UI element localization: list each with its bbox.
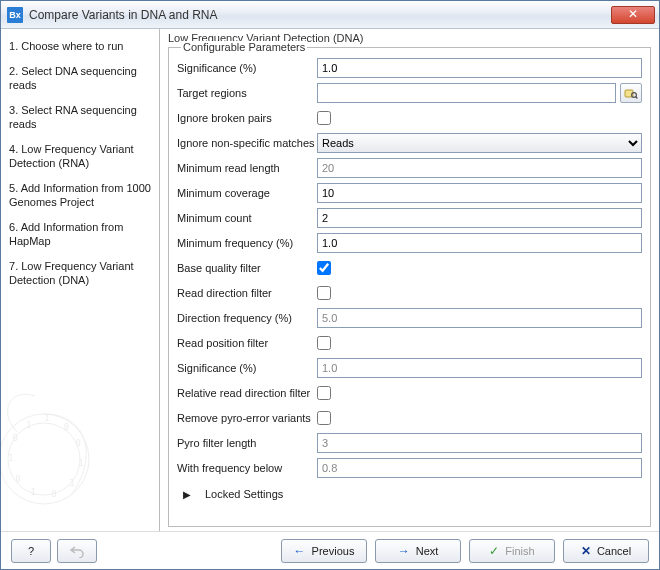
input-min-frequency[interactable]	[317, 233, 642, 253]
input-pyro-filter-length	[317, 433, 642, 453]
label-relative-read-direction: Relative read direction filter	[177, 387, 317, 399]
locked-settings-toggle[interactable]: ▶ Locked Settings	[183, 488, 642, 500]
input-target-regions[interactable]	[317, 83, 616, 103]
svg-line-15	[636, 97, 638, 99]
step-6: Add Information from HapMap	[9, 220, 151, 248]
input-min-coverage[interactable]	[317, 183, 642, 203]
footer: ? ←Previous →Next ✓Finish ✕Cancel	[1, 531, 659, 569]
content-panel: Low Frequency Variant Detection (DNA) Co…	[159, 29, 659, 531]
wizard-steps-sidebar: Choose where to run Select DNA sequencin…	[1, 29, 159, 531]
checkbox-relative-read-direction[interactable]	[317, 386, 331, 400]
checkbox-read-direction-filter[interactable]	[317, 286, 331, 300]
label-min-read-length: Minimum read length	[177, 162, 317, 174]
svg-point-0	[1, 414, 89, 504]
checkbox-base-quality-filter[interactable]	[317, 261, 331, 275]
step-5: Add Information from 1000 Genomes Projec…	[9, 181, 151, 209]
step-2: Select DNA sequencing reads	[9, 64, 151, 92]
svg-text:0: 0	[15, 474, 20, 484]
cancel-button[interactable]: ✕Cancel	[563, 539, 649, 563]
svg-text:0: 0	[64, 422, 69, 432]
previous-button[interactable]: ←Previous	[281, 539, 367, 563]
close-button[interactable]: ✕	[611, 6, 655, 24]
app-icon: Bx	[7, 7, 23, 23]
svg-point-1	[8, 423, 80, 495]
params-group: Configurable Parameters Significance (%)…	[168, 47, 651, 527]
input-min-read-length	[317, 158, 642, 178]
label-min-count: Minimum count	[177, 212, 317, 224]
label-target-regions: Target regions	[177, 87, 317, 99]
label-min-coverage: Minimum coverage	[177, 187, 317, 199]
label-read-direction-filter: Read direction filter	[177, 287, 317, 299]
svg-text:1: 1	[44, 413, 49, 423]
label-significance: Significance (%)	[177, 62, 317, 74]
titlebar: Bx Compare Variants in DNA and RNA ✕	[1, 1, 659, 29]
locked-settings-label: Locked Settings	[205, 488, 283, 500]
svg-text:1: 1	[78, 458, 83, 468]
select-ignore-nonspecific[interactable]: Reads	[317, 133, 642, 153]
label-base-quality-filter: Base quality filter	[177, 262, 317, 274]
label-significance-2: Significance (%)	[177, 362, 317, 374]
step-7: Low Frequency Variant Detection (DNA)	[9, 259, 151, 287]
svg-text:0: 0	[51, 489, 56, 499]
label-pyro-filter-length: Pyro filter length	[177, 437, 317, 449]
watermark-image: 011 001 101 01	[1, 341, 159, 531]
step-1: Choose where to run	[9, 39, 151, 53]
browse-target-regions-button[interactable]	[620, 83, 642, 103]
reset-button[interactable]	[57, 539, 97, 563]
checkbox-ignore-broken-pairs[interactable]	[317, 111, 331, 125]
input-direction-frequency	[317, 308, 642, 328]
input-significance-2	[317, 358, 642, 378]
label-ignore-broken-pairs: Ignore broken pairs	[177, 112, 317, 124]
window-title: Compare Variants in DNA and RNA	[29, 8, 611, 22]
input-with-freq-below	[317, 458, 642, 478]
svg-text:0: 0	[76, 438, 81, 448]
svg-text:0: 0	[13, 433, 18, 443]
svg-text:1: 1	[8, 453, 13, 463]
next-button[interactable]: →Next	[375, 539, 461, 563]
arrow-left-icon: ←	[294, 544, 306, 558]
check-icon: ✓	[489, 544, 499, 558]
label-direction-frequency: Direction frequency (%)	[177, 312, 317, 324]
label-read-position-filter: Read position filter	[177, 337, 317, 349]
x-icon: ✕	[581, 544, 591, 558]
checkbox-read-position-filter[interactable]	[317, 336, 331, 350]
help-button[interactable]: ?	[11, 539, 51, 563]
step-3: Select RNA sequencing reads	[9, 103, 151, 131]
arrow-right-icon: →	[398, 544, 410, 558]
svg-text:1: 1	[31, 487, 36, 497]
browse-icon	[624, 86, 638, 100]
undo-icon	[69, 544, 85, 558]
input-min-count[interactable]	[317, 208, 642, 228]
label-with-freq-below: With frequency below	[177, 462, 317, 474]
checkbox-remove-pyro[interactable]	[317, 411, 331, 425]
input-significance[interactable]	[317, 58, 642, 78]
finish-button[interactable]: ✓Finish	[469, 539, 555, 563]
params-legend: Configurable Parameters	[181, 41, 307, 53]
label-ignore-nonspecific: Ignore non-specific matches	[177, 137, 317, 149]
expand-arrow-icon: ▶	[183, 489, 191, 500]
label-min-frequency: Minimum frequency (%)	[177, 237, 317, 249]
step-4: Low Frequency Variant Detection (RNA)	[9, 142, 151, 170]
label-remove-pyro: Remove pyro-error variants	[177, 412, 317, 424]
svg-text:1: 1	[26, 420, 31, 430]
svg-text:1: 1	[69, 478, 74, 488]
